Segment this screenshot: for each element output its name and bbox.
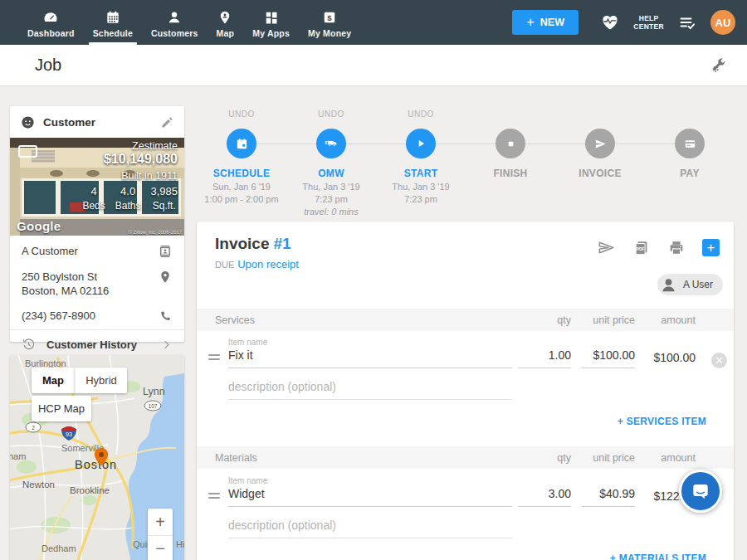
address-line1: 250 Boylston St (22, 270, 109, 284)
job-settings-wrench-gear-icon[interactable] (709, 56, 729, 75)
property-stats: 4 4.0 3,985 Beds Baths Sq.ft. (82, 185, 178, 212)
svg-text:$: $ (327, 12, 332, 22)
customer-phone-row: (234) 567-8900 (10, 303, 184, 328)
customer-card: Customer Zestimate $10,149,080 Built in … (10, 106, 184, 342)
qty-column-header: qty (557, 314, 571, 326)
street-view-toggle-icon[interactable] (18, 145, 37, 158)
apps-grid-icon (263, 7, 280, 26)
task-list-icon[interactable] (677, 12, 697, 32)
plus-icon: + (526, 15, 534, 30)
chat-bubble-icon (690, 480, 711, 502)
nav-item-dashboard[interactable]: Dashboard (18, 0, 84, 45)
invoice-due: DUEUpon receipt (215, 258, 299, 270)
service-qty-input[interactable] (518, 348, 571, 368)
map-type-button-hybrid[interactable]: Hybrid (75, 368, 127, 393)
map-label-dedham: Dedham (42, 543, 76, 553)
schedule-step-button[interactable] (227, 129, 256, 158)
timeline-step-omw: UNDO OMW Thu, Jan 3 '19 7:23 pm travel: … (286, 110, 376, 217)
map-pin-icon (217, 7, 232, 26)
location-pin-icon[interactable] (158, 270, 173, 285)
assignee-chip[interactable]: A User (657, 274, 723, 295)
undo-link[interactable]: UNDO (228, 110, 254, 119)
invoice-number[interactable]: #1 (273, 235, 290, 252)
invoice-actions: PDF + (580, 238, 720, 257)
new-button[interactable]: + NEW (512, 10, 579, 35)
map-type-button-map[interactable]: Map (32, 368, 75, 393)
undo-link[interactable]: UNDO (408, 110, 433, 119)
customer-card-title: Customer (43, 116, 95, 129)
print-icon[interactable] (667, 239, 686, 257)
timeline-step-start: UNDO START Thu, Jan 3 '19 7:23 pm (376, 110, 466, 217)
nav-item-my-apps[interactable]: My Apps (243, 0, 299, 45)
delete-item-button[interactable]: ✕ (711, 353, 727, 368)
nav-item-my-money[interactable]: $ My Money (299, 0, 360, 45)
add-services-item-link[interactable]: + SERVICES ITEM (618, 416, 706, 427)
map-widget[interactable]: 93 2 107 Burlington Lynn Somerville ham … (10, 355, 184, 560)
omw-step-button[interactable] (316, 129, 346, 158)
page-title: Job (35, 56, 61, 75)
due-terms-link[interactable]: Upon receipt (237, 258, 299, 270)
route107-shield: 107 (149, 403, 158, 409)
customer-phone: (234) 567-8900 (22, 309, 95, 323)
pdf-icon[interactable]: PDF (632, 239, 651, 257)
customers-person-icon (166, 7, 183, 26)
property-street-view-photo[interactable]: Zestimate $10,149,080 Built in 1911 4 4.… (10, 138, 184, 236)
item-name-label: Item name (228, 476, 267, 485)
user-avatar[interactable]: AU (710, 10, 735, 35)
amount-column-header: amount (661, 314, 696, 326)
address-line2: Boston, MA 02116 (22, 284, 109, 298)
nav-item-customers[interactable]: Customers (142, 0, 208, 45)
app-root: Dashboard Schedule Customers Map (0, 0, 747, 560)
chevron-right-icon (160, 338, 173, 351)
service-description-input[interactable] (228, 380, 512, 400)
nav-item-schedule[interactable]: Schedule (84, 0, 142, 45)
map-label-boston: Boston (75, 458, 117, 471)
material-item-name-input[interactable] (228, 487, 512, 507)
svg-text:PDF: PDF (637, 246, 645, 251)
material-description-input[interactable] (228, 519, 512, 538)
service-unit-price-input[interactable] (582, 348, 635, 368)
edit-pencil-icon[interactable] (160, 115, 174, 129)
map-label-brookline: Brookline (70, 485, 110, 495)
credit-card-icon-circle[interactable] (675, 129, 705, 158)
send-icon-circle[interactable] (585, 129, 615, 158)
zillow-copyright: © Zillow, Inc. 2006-2017 (129, 230, 182, 235)
contact-card-icon[interactable] (158, 244, 173, 259)
assignee-avatar-icon (659, 275, 678, 295)
materials-section-header: Materials qty unit price amount (197, 446, 734, 469)
unit-price-column-header: unit price (593, 314, 635, 326)
hcp-map-button[interactable]: HCP Map (32, 396, 91, 421)
money-icon: $ (321, 7, 338, 26)
customer-card-header: Customer (10, 106, 184, 138)
customer-name-row: A Customer (10, 236, 184, 264)
customer-name: A Customer (22, 244, 78, 258)
zoom-out-button[interactable]: − (148, 535, 173, 560)
zestimate-label: Zestimate (132, 140, 178, 152)
phone-icon[interactable] (159, 309, 173, 323)
service-amount: $100.00 (653, 351, 696, 364)
drag-handle[interactable] (208, 493, 220, 501)
zoom-in-button[interactable]: + (148, 509, 173, 535)
add-materials-item-link[interactable]: + MATERIALS ITEM (610, 553, 706, 560)
history-clock-icon (22, 338, 36, 352)
drag-handle[interactable] (208, 354, 220, 363)
google-logo: Google (17, 219, 61, 233)
finish-step-button[interactable] (496, 129, 525, 158)
send-invoice-icon[interactable] (597, 238, 616, 257)
help-center-link[interactable]: HELP CENTER (633, 14, 664, 31)
route2-shield: 2 (32, 425, 35, 431)
customer-address-row: 250 Boylston St Boston, MA 02116 (10, 264, 184, 303)
assignee-name: A User (683, 279, 713, 290)
chat-launcher-button[interactable] (679, 470, 722, 513)
map-label-hingham: Hi (176, 539, 184, 549)
start-step-button[interactable] (406, 129, 436, 158)
material-qty-input[interactable] (518, 487, 571, 507)
timeline-step-invoice: INVOICE (555, 110, 645, 217)
material-unit-price-input[interactable] (582, 487, 635, 507)
add-invoice-button[interactable]: + (702, 239, 720, 256)
undo-link[interactable]: UNDO (318, 110, 344, 119)
schedule-calendar-icon (105, 7, 121, 26)
service-item-name-input[interactable] (228, 348, 512, 368)
nav-item-map[interactable]: Map (208, 0, 244, 45)
health-heart-icon[interactable] (600, 12, 620, 32)
